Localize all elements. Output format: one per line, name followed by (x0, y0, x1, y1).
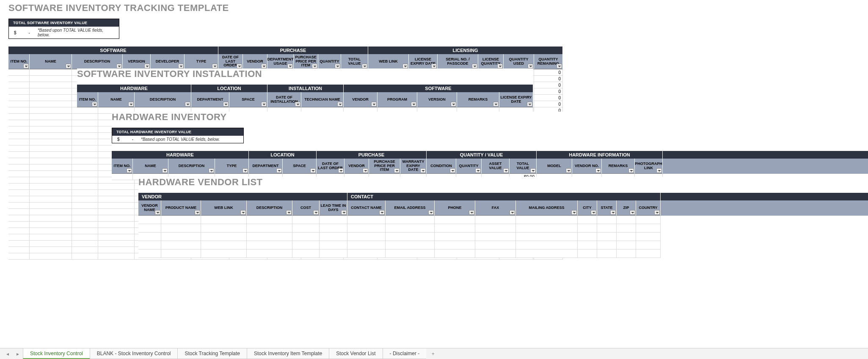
tab-stock-tracking[interactable]: Stock Tracking Template (177, 348, 247, 359)
col-version[interactable]: VERSION (128, 60, 145, 64)
filter-icon[interactable] (287, 64, 293, 69)
filter-icon[interactable] (310, 168, 316, 173)
col-weblink[interactable]: WEB LINK (214, 206, 233, 210)
filter-icon[interactable] (450, 168, 455, 173)
col-vendorno[interactable]: VENDOR NO. (575, 164, 599, 168)
filter-icon[interactable] (411, 102, 416, 107)
tab-stock-vendor-list[interactable]: Stock Vendor List (329, 348, 383, 359)
filter-icon[interactable] (237, 64, 242, 69)
tab-disclaimer[interactable]: - Disclaimer - (383, 348, 427, 359)
col-remarks[interactable]: REMARKS (609, 164, 628, 168)
filter-icon[interactable] (503, 168, 509, 173)
filter-icon[interactable] (630, 210, 635, 215)
filter-icon[interactable] (371, 102, 377, 107)
col-name[interactable]: NAME (145, 164, 156, 168)
col-qty[interactable]: QUANTITY (320, 60, 339, 64)
filter-icon[interactable] (566, 168, 571, 173)
filter-icon[interactable] (628, 168, 634, 173)
filter-icon[interactable] (420, 168, 426, 173)
filter-icon[interactable] (428, 210, 434, 215)
col-fax[interactable]: FAX (492, 206, 499, 210)
col-desc[interactable]: DESCRIPTION (256, 206, 283, 210)
col-cost[interactable]: COST (300, 206, 311, 210)
filter-icon[interactable] (212, 64, 218, 69)
filter-icon[interactable] (261, 102, 267, 107)
filter-icon[interactable] (127, 168, 132, 173)
col-program[interactable]: PROGRAM (387, 98, 407, 102)
col-vendor[interactable]: VENDOR (348, 164, 365, 168)
col-itemno[interactable]: ITEM NO. (11, 60, 28, 64)
filter-icon[interactable] (155, 210, 160, 215)
filter-icon[interactable] (591, 210, 596, 215)
tab-nav-prev[interactable]: ◂ (3, 348, 13, 359)
filter-icon[interactable] (610, 210, 616, 215)
filter-icon[interactable] (557, 64, 562, 69)
col-description[interactable]: DESCRIPTION (179, 164, 205, 168)
filter-icon[interactable] (362, 64, 367, 69)
col-country[interactable]: COUNTRY (639, 206, 657, 210)
filter-icon[interactable] (240, 210, 246, 215)
table-row[interactable] (138, 224, 868, 233)
filter-icon[interactable] (527, 102, 532, 107)
col-zip[interactable]: ZIP (623, 206, 629, 210)
filter-icon[interactable] (128, 102, 134, 107)
filter-icon[interactable] (497, 64, 503, 69)
col-description[interactable]: DESCRIPTION (84, 60, 110, 64)
col-email[interactable]: EMAIL ADDRESS (394, 206, 425, 210)
col-type[interactable]: TYPE (227, 164, 237, 168)
filter-icon[interactable] (510, 210, 515, 215)
filter-icon[interactable] (92, 102, 97, 107)
col-version[interactable]: VERSION (428, 98, 446, 102)
col-serial[interactable]: SERIAL NO. / PASSCODE (438, 58, 477, 66)
col-condition[interactable]: CONDITION (430, 164, 452, 168)
col-model[interactable]: MODEL (547, 164, 561, 168)
col-contact[interactable]: CONTACT NAME (351, 206, 381, 210)
filter-icon[interactable] (312, 64, 317, 69)
col-itemno[interactable]: ITEM NO. (79, 98, 96, 102)
filter-icon[interactable] (656, 168, 662, 173)
table-row[interactable] (138, 241, 868, 249)
col-type[interactable]: TYPE (196, 60, 207, 64)
filter-icon[interactable] (571, 210, 577, 215)
filter-icon[interactable] (431, 64, 437, 69)
col-mail[interactable]: MAILING ADDRESS (529, 206, 564, 210)
filter-icon[interactable] (451, 102, 456, 107)
filter-icon[interactable] (394, 168, 400, 173)
filter-icon[interactable] (286, 210, 292, 215)
filter-icon[interactable] (261, 64, 267, 69)
filter-icon[interactable] (338, 168, 344, 173)
col-vendor[interactable]: VENDOR (352, 98, 369, 102)
filter-icon[interactable] (162, 168, 168, 173)
col-itemno[interactable]: ITEM NO. (114, 164, 131, 168)
col-qty[interactable]: QUANTITY (459, 164, 479, 168)
filter-icon[interactable] (379, 210, 385, 215)
filter-icon[interactable] (223, 102, 229, 107)
col-dept[interactable]: DEPARTMENT (197, 98, 223, 102)
filter-icon[interactable] (472, 64, 477, 69)
filter-icon[interactable] (402, 64, 408, 69)
tab-stock-inventory-control[interactable]: Stock Inventory Control (23, 348, 90, 359)
col-description[interactable]: DESCRIPTION (150, 98, 176, 102)
col-space[interactable]: SPACE (293, 164, 306, 168)
tab-blank-stock-inventory[interactable]: BLANK - Stock Inventory Control (90, 348, 178, 359)
filter-icon[interactable] (66, 64, 71, 69)
col-city[interactable]: CITY (583, 206, 592, 210)
tab-nav-next[interactable]: ▸ (13, 348, 23, 359)
filter-icon[interactable] (23, 64, 29, 69)
col-weblink[interactable]: WEB LINK (379, 60, 398, 64)
table-row[interactable] (138, 249, 868, 258)
filter-icon[interactable] (313, 210, 319, 215)
col-dept[interactable]: DEPARTMENT (253, 164, 279, 168)
filter-icon[interactable] (195, 210, 200, 215)
filter-icon[interactable] (144, 64, 150, 69)
filter-icon[interactable] (185, 102, 190, 107)
filter-icon[interactable] (493, 102, 499, 107)
add-sheet-button[interactable]: + (426, 348, 440, 359)
filter-icon[interactable] (475, 168, 481, 173)
filter-icon[interactable] (116, 64, 122, 69)
filter-icon[interactable] (209, 168, 214, 173)
filter-icon[interactable] (469, 210, 474, 215)
filter-icon[interactable] (654, 210, 660, 215)
col-phone[interactable]: PHONE (448, 206, 461, 210)
col-name[interactable]: NAME (45, 60, 56, 64)
